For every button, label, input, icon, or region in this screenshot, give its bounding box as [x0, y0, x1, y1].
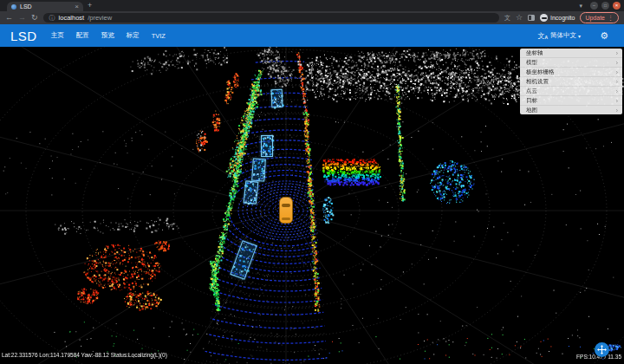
vehicle-bbox [270, 88, 283, 107]
address-bar[interactable]: ⓘ localhost/preview [43, 13, 499, 23]
recenter-button[interactable] [595, 342, 609, 357]
browser-tab[interactable]: LSD × [7, 2, 83, 11]
incognito-icon [540, 14, 548, 22]
tab-favicon-icon [11, 4, 16, 10]
nav-item-tviz[interactable]: TVIZ [152, 32, 166, 40]
new-tab-button[interactable]: + [88, 1, 92, 10]
gear-icon[interactable]: ⚙ [600, 30, 608, 42]
menu-item-polar-grid[interactable]: 极坐标栅格› [520, 68, 622, 77]
menu-item-objects[interactable]: 目标› [520, 96, 622, 106]
vehicle-bbox [261, 135, 273, 157]
window-controls: ▾ – □ × [579, 2, 621, 10]
menu-item-camera-settings[interactable]: 相机设置› [520, 77, 622, 87]
chevron-down-icon: ▾ [578, 33, 581, 39]
chevron-right-icon: › [616, 88, 618, 94]
language-icon: 文A [537, 31, 548, 41]
close-button[interactable]: × [613, 2, 621, 10]
url-path: /preview [88, 14, 112, 22]
chevron-right-icon: › [616, 107, 618, 114]
side-panel-icon[interactable] [528, 15, 535, 21]
browser-toolbar: ← → ↻ ⓘ localhost/preview 文 ☆ Incognito … [0, 11, 624, 24]
vehicle-bbox [243, 180, 258, 204]
chevron-right-icon: › [616, 69, 618, 75]
nav-item-calibration[interactable]: 标定 [127, 31, 140, 40]
nav-item-preview[interactable]: 预览 [101, 31, 114, 40]
display-settings-menu: 坐标轴› 模型› 极坐标栅格› 相机设置› 点云› 目标› 地图› [520, 49, 622, 114]
tab-close-icon[interactable]: × [75, 2, 79, 11]
menu-item-pointcloud[interactable]: 点云› [520, 87, 622, 96]
nav-item-home[interactable]: 主页 [51, 31, 64, 40]
translate-icon[interactable]: 文 [504, 11, 510, 24]
nav-item-config[interactable]: 配置 [76, 31, 89, 40]
tab-strip: LSD × + ▾ – □ × [0, 0, 624, 11]
update-button[interactable]: Update ⋮ [580, 12, 619, 23]
reload-icon[interactable]: ↻ [31, 11, 38, 24]
tab-search-icon[interactable]: ▾ [579, 3, 582, 10]
kebab-menu-icon[interactable]: ⋮ [608, 15, 614, 22]
bookmark-star-icon[interactable]: ☆ [516, 11, 523, 24]
app-logo[interactable]: LSD [10, 29, 37, 43]
menu-item-axes[interactable]: 坐标轴› [520, 49, 622, 58]
incognito-badge: Incognito [540, 14, 575, 22]
tab-title: LSD [20, 2, 71, 11]
move-icon [597, 345, 607, 354]
language-selector[interactable]: 简体中文 [550, 31, 576, 40]
ego-vehicle [279, 197, 293, 224]
incognito-label: Incognito [550, 15, 575, 21]
minimize-button[interactable]: – [590, 2, 598, 10]
url-host: localhost [59, 14, 85, 22]
chevron-right-icon: › [616, 60, 618, 66]
chevron-right-icon: › [616, 50, 618, 56]
chevron-right-icon: › [616, 79, 618, 85]
maximize-button[interactable]: □ [601, 2, 609, 10]
menu-item-map[interactable]: 地图› [520, 106, 622, 114]
menu-item-model[interactable]: 模型› [520, 58, 622, 68]
browser-window: LSD × + ▾ – □ × ← → ↻ ⓘ localhost/previe… [0, 0, 624, 364]
chevron-right-icon: › [616, 98, 618, 104]
forward-icon[interactable]: → [18, 11, 26, 24]
update-label: Update [585, 15, 605, 21]
site-info-icon[interactable]: ⓘ [49, 14, 55, 23]
toolbar-right: 文 ☆ Incognito Update ⋮ [504, 11, 619, 24]
vehicle-bbox [251, 159, 266, 182]
app-navbar: LSD 主页 配置 预览 标定 TVIZ 文A 简体中文 ▾ ⚙ [0, 24, 624, 47]
localization-status: Lat:22.331576 Lon:114.179584 Yaw:-88.12 … [2, 352, 167, 358]
navbar-right: 文A 简体中文 ▾ ⚙ [537, 30, 614, 42]
back-icon[interactable]: ← [5, 11, 13, 24]
